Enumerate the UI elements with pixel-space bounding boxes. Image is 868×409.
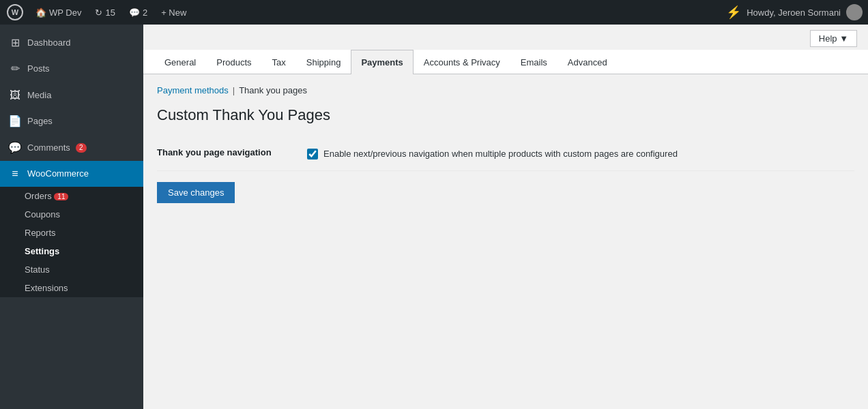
tab-tax[interactable]: Tax bbox=[262, 50, 296, 74]
table-row: Thank you page navigation Enable next/pr… bbox=[157, 138, 854, 170]
comments-item[interactable]: 💬 2 bbox=[126, 7, 150, 18]
woocommerce-submenu: Orders 11 Coupons Reports Settings Statu… bbox=[0, 187, 143, 297]
checkbox-label: Enable next/previous navigation when mul… bbox=[323, 147, 678, 161]
tab-general[interactable]: General bbox=[154, 50, 206, 74]
tab-emails[interactable]: Emails bbox=[510, 50, 558, 74]
tab-payments[interactable]: Payments bbox=[351, 50, 413, 74]
breadcrumb-payment-methods[interactable]: Payment methods bbox=[157, 85, 229, 95]
sidebar-item-comments[interactable]: 💬 Comments 2 bbox=[0, 135, 143, 161]
settings-tabs: General Products Tax Shipping Payments A… bbox=[143, 50, 868, 74]
media-icon: 🖼 bbox=[8, 88, 22, 103]
posts-icon: ✏ bbox=[8, 61, 22, 76]
sidebar-item-dashboard[interactable]: ⊞ Dashboard bbox=[0, 30, 143, 56]
sidebar-item-orders[interactable]: Orders 11 bbox=[0, 187, 143, 205]
lightning-icon: ⚡ bbox=[726, 5, 741, 20]
page-title: Custom Thank You Pages bbox=[157, 106, 854, 124]
breadcrumb-separator: | bbox=[233, 85, 235, 95]
sidebar-item-status[interactable]: Status bbox=[0, 260, 143, 279]
sidebar-item-label: Dashboard bbox=[27, 37, 71, 49]
field-label: Thank you page navigation bbox=[157, 138, 307, 170]
sidebar-item-posts[interactable]: ✏ Posts bbox=[0, 56, 143, 82]
breadcrumb-current: Thank you pages bbox=[239, 85, 307, 95]
site-name[interactable]: 🏠 WP Dev bbox=[33, 7, 84, 18]
home-icon: 🏠 bbox=[35, 7, 46, 18]
page-content: Payment methods | Thank you pages Custom… bbox=[143, 74, 868, 214]
tab-advanced[interactable]: Advanced bbox=[558, 50, 618, 74]
sidebar-item-woocommerce[interactable]: ≡ WooCommerce bbox=[0, 161, 143, 187]
field-value: Enable next/previous navigation when mul… bbox=[307, 138, 854, 170]
updates-icon: ↻ bbox=[95, 7, 102, 18]
settings-form: Thank you page navigation Enable next/pr… bbox=[157, 138, 854, 171]
sidebar-item-media[interactable]: 🖼 Media bbox=[0, 82, 143, 108]
sidebar-item-label: WooCommerce bbox=[27, 168, 89, 180]
sidebar-item-settings[interactable]: Settings bbox=[0, 242, 143, 260]
tab-products[interactable]: Products bbox=[206, 50, 261, 74]
sidebar-item-label: Media bbox=[27, 89, 51, 102]
updates-item[interactable]: ↻ 15 bbox=[92, 7, 117, 18]
breadcrumb: Payment methods | Thank you pages bbox=[157, 85, 854, 95]
new-item[interactable]: + New bbox=[158, 7, 189, 18]
comment-icon: 💬 bbox=[129, 7, 140, 18]
sidebar-item-pages[interactable]: 📄 Pages bbox=[0, 108, 143, 134]
howdy-text: Howdy, Jeroen Sormani bbox=[747, 7, 841, 18]
top-bar: W 🏠 WP Dev ↻ 15 💬 2 + New ⚡ Howdy, Jeroe… bbox=[0, 0, 868, 25]
tab-shipping[interactable]: Shipping bbox=[296, 50, 351, 74]
save-button[interactable]: Save changes bbox=[157, 182, 235, 203]
avatar bbox=[846, 4, 863, 20]
tab-accounts-privacy[interactable]: Accounts & Privacy bbox=[414, 50, 510, 74]
wp-logo[interactable]: W bbox=[5, 3, 25, 22]
woocommerce-icon: ≡ bbox=[8, 166, 22, 181]
sidebar-item-label: Posts bbox=[27, 63, 50, 75]
help-button[interactable]: Help ▼ bbox=[810, 30, 857, 47]
sidebar-item-extensions[interactable]: Extensions bbox=[0, 279, 143, 297]
sidebar-item-coupons[interactable]: Coupons bbox=[0, 205, 143, 224]
comments-badge: 2 bbox=[76, 143, 87, 153]
pages-icon: 📄 bbox=[8, 114, 22, 129]
navigation-checkbox[interactable] bbox=[307, 149, 318, 160]
sidebar-item-label: Comments bbox=[27, 142, 70, 154]
checkbox-row: Enable next/previous navigation when mul… bbox=[307, 147, 854, 161]
sidebar-item-reports[interactable]: Reports bbox=[0, 224, 143, 242]
sidebar: ⊞ Dashboard ✏ Posts 🖼 Media 📄 Pages 💬 Co… bbox=[0, 25, 143, 409]
content-area: Help ▼ General Products Tax Shipping Pay… bbox=[143, 25, 868, 409]
sidebar-item-label: Pages bbox=[27, 115, 53, 127]
orders-badge: 11 bbox=[54, 193, 68, 200]
dashboard-icon: ⊞ bbox=[8, 35, 22, 50]
help-bar: Help ▼ bbox=[143, 25, 868, 50]
comments-icon: 💬 bbox=[8, 140, 22, 155]
